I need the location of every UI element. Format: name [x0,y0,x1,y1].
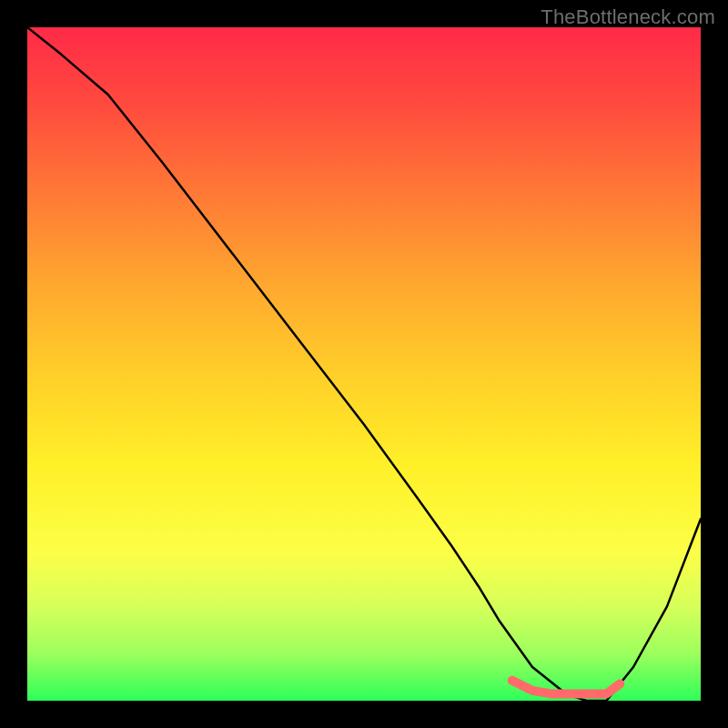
gradient-plot-area [27,27,701,701]
optimal-band-path [512,681,620,694]
chart-svg [27,27,701,701]
bottleneck-curve-path [27,27,701,701]
chart-frame: TheBottleneck.com [0,0,728,728]
watermark-text: TheBottleneck.com [541,5,715,29]
